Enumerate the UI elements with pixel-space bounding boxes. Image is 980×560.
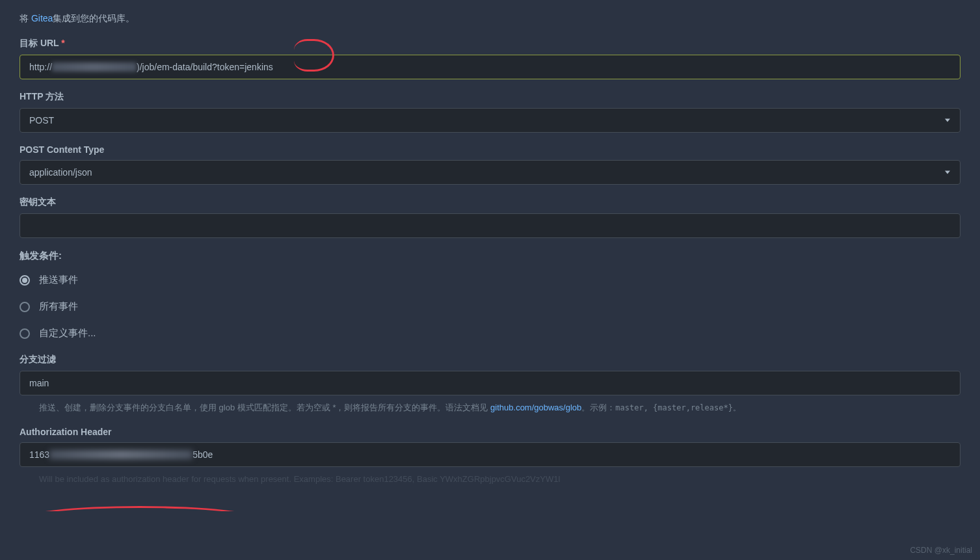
branch-filter-help: 推送、创建，删除分支事件的分支白名单，使用 glob 模式匹配指定。若为空或 *… — [20, 401, 960, 415]
http-method-select[interactable]: POST — [20, 108, 960, 133]
gitea-link[interactable]: Gitea — [31, 13, 53, 23]
intro-suffix: 集成到您的代码库。 — [53, 13, 135, 23]
radio-label-custom: 自定义事件... — [39, 327, 96, 340]
http-method-label: HTTP 方法 — [20, 91, 960, 103]
auth-header-help: Will be included as authorization header… — [20, 472, 960, 487]
secret-field: 密钥文本 — [20, 196, 960, 238]
content-type-select[interactable]: application/json — [20, 160, 960, 185]
branch-filter-label: 分支过滤 — [20, 354, 960, 366]
intro-text: 将 Gitea集成到您的代码库。 — [20, 13, 960, 25]
target-url-field: 目标 URL * http://)/job/em-data/build?toke… — [20, 38, 960, 79]
auth-header-label: Authorization Header — [20, 427, 960, 437]
secret-label: 密钥文本 — [20, 196, 960, 208]
trigger-section: 触发条件: 推送事件 所有事件 自定义事件... — [20, 250, 960, 340]
annotation-oval-auth — [20, 506, 260, 511]
secret-input[interactable] — [20, 213, 960, 238]
radio-custom-events[interactable]: 自定义事件... — [20, 327, 960, 340]
radio-circle-custom — [20, 328, 30, 339]
auth-header-input[interactable]: 11635b0e — [20, 442, 960, 467]
radio-circle-push — [20, 275, 30, 286]
intro-prefix: 将 — [20, 13, 31, 23]
glob-docs-link[interactable]: github.com/gobwas/glob — [490, 403, 581, 412]
content-type-field: POST Content Type application/json — [20, 144, 960, 185]
trigger-header: 触发条件: — [20, 250, 960, 262]
radio-circle-all — [20, 302, 30, 312]
radio-label-all: 所有事件 — [39, 300, 78, 313]
required-marker: * — [61, 38, 64, 48]
branch-filter-input[interactable] — [20, 371, 960, 395]
radio-all-events[interactable]: 所有事件 — [20, 300, 960, 313]
http-method-field: HTTP 方法 POST — [20, 91, 960, 133]
redacted-token — [49, 450, 192, 459]
content-type-label: POST Content Type — [20, 144, 960, 155]
radio-label-push: 推送事件 — [39, 274, 78, 286]
redacted-host — [52, 62, 137, 72]
auth-header-field: Authorization Header 11635b0e Will be in… — [20, 427, 960, 487]
radio-push-events[interactable]: 推送事件 — [20, 274, 960, 286]
target-url-input[interactable]: http://)/job/em-data/build?token=jenkins — [20, 55, 960, 79]
branch-filter-field: 分支过滤 推送、创建，删除分支事件的分支白名单，使用 glob 模式匹配指定。若… — [20, 354, 960, 415]
target-url-label: 目标 URL * — [20, 38, 960, 49]
